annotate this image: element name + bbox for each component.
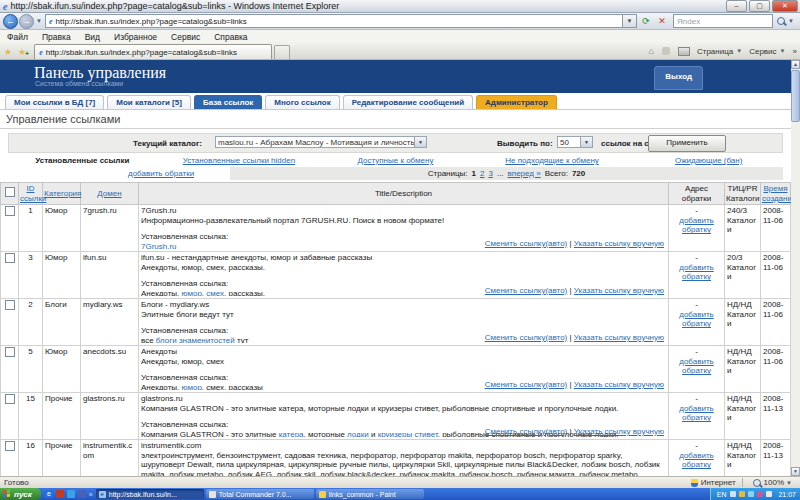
address-dropdown-icon[interactable]: ▼ (623, 14, 637, 28)
installed-link[interactable]: смех (206, 289, 224, 296)
address-input[interactable]: e http://sbak.ifun.su/index.php?page=cat… (45, 14, 623, 28)
search-dropdown-icon[interactable]: ▼ (788, 18, 794, 24)
scrollbar-thumb[interactable] (791, 70, 800, 122)
search-input[interactable]: Яndex (673, 14, 773, 28)
scroll-down-icon[interactable]: ▼ (791, 467, 800, 476)
tools-menu-button[interactable]: Сервис (749, 47, 776, 56)
tab-many-links[interactable]: Много ссылок (265, 95, 339, 109)
per-page-select-dropdown-icon[interactable]: ▼ (580, 137, 592, 147)
add-backlink-link[interactable]: добавить обратку (671, 357, 722, 376)
browser-tab[interactable]: e http://sbak.ifun.su/index.php?page=cat… (34, 44, 272, 59)
action-link[interactable]: Сменить ссылку(авто) (485, 427, 568, 436)
action-link[interactable]: Указать ссылку вручную (574, 239, 664, 248)
action-link[interactable]: Сменить ссылку(авто) (485, 286, 568, 295)
tools-menu-dropdown-icon[interactable]: ▼ (780, 48, 786, 54)
minimize-button[interactable]: – (726, 0, 747, 12)
quicklaunch-icon-3[interactable] (67, 490, 75, 498)
installed-link[interactable]: 7Grush.ru (141, 242, 177, 249)
logout-button[interactable]: Выход (654, 66, 703, 90)
toolbar-overflow-icon[interactable]: » (793, 47, 797, 56)
tab-my-links[interactable]: Мои ссылки в БД [7] (5, 95, 104, 109)
tray-icon-1[interactable] (730, 491, 736, 497)
start-button[interactable]: пуск (0, 488, 41, 500)
add-backlink-link[interactable]: добавить обратку (671, 451, 722, 470)
tab-edit-messages[interactable]: Редактирование сообщений (343, 95, 473, 109)
add-backlink-link[interactable]: добавить обратку (671, 404, 722, 423)
rss-feed-icon[interactable] (662, 47, 670, 55)
page-link-2[interactable]: 2 (480, 169, 484, 178)
installed-link[interactable]: катера (279, 430, 304, 437)
zoom-icon[interactable] (753, 479, 761, 487)
quicklaunch-icon-2[interactable] (56, 490, 64, 498)
tray-icon-4[interactable] (757, 491, 763, 497)
add-backlink-link[interactable]: добавить обратку (671, 310, 722, 329)
page-menu-dropdown-icon[interactable]: ▼ (736, 48, 742, 54)
per-page-select[interactable]: 50 ▼ (557, 136, 593, 148)
installed-link[interactable]: юмор (182, 383, 202, 390)
page-link-3[interactable]: 3 (488, 169, 492, 178)
close-button[interactable]: ✕ (772, 0, 798, 12)
ie-quicklaunch-icon[interactable]: e (45, 490, 53, 498)
tray-icon-5[interactable] (766, 491, 772, 497)
favorites-star-icon[interactable]: ★ (4, 47, 12, 57)
tray-icon-3[interactable] (748, 491, 754, 497)
installed-link[interactable]: круизеры (378, 430, 413, 437)
zoom-level[interactable]: 100% (764, 478, 784, 487)
filter-installed-hidden[interactable]: Установленные ссылки hidden (161, 156, 318, 165)
row-checkbox[interactable] (5, 300, 15, 310)
action-link[interactable]: Указать ссылку вручную (574, 427, 664, 436)
menu-tools[interactable]: Сервис (164, 32, 207, 42)
menu-help[interactable]: Справка (207, 32, 254, 42)
taskbar-button-browser[interactable]: e http://sbak.ifun.su/in... (96, 489, 204, 499)
add-backlinks-link[interactable]: добавить обратки (128, 169, 194, 178)
header-created-time[interactable]: Время создания (762, 184, 791, 203)
tab-link-base[interactable]: База ссылок (194, 95, 262, 109)
header-category[interactable]: Категория (44, 189, 81, 198)
tab-my-catalogs[interactable]: Мои каталоги [5] (107, 95, 191, 109)
add-backlink-link[interactable]: добавить обратку (671, 263, 722, 282)
action-link[interactable]: Указать ссылку вручную (574, 380, 664, 389)
row-checkbox[interactable] (5, 347, 15, 357)
search-icon[interactable] (777, 17, 785, 25)
page-menu-button[interactable]: Страница (697, 47, 733, 56)
language-indicator[interactable]: EN (717, 491, 727, 498)
taskbar-button-paint[interactable]: links_common - Paint (316, 489, 424, 499)
scroll-up-icon[interactable]: ▲ (791, 60, 800, 69)
row-checkbox[interactable] (5, 206, 15, 216)
catalog-select[interactable]: maslou.ru - Абрахам Маслоу - Мотивация и… (215, 136, 427, 148)
installed-link[interactable]: юмор (182, 289, 202, 296)
menu-file[interactable]: Файл (0, 32, 35, 42)
select-all-checkbox[interactable] (5, 187, 15, 197)
action-link[interactable]: Сменить ссылку(авто) (485, 380, 568, 389)
filter-not-suitable[interactable]: Не подходящие к обмену (474, 156, 631, 165)
filter-pending-ban[interactable]: Ожидающие (бан) (630, 156, 787, 165)
new-tab-stub[interactable] (274, 45, 290, 59)
menu-edit[interactable]: Правка (35, 32, 78, 42)
zoom-dropdown-icon[interactable]: ▼ (786, 480, 792, 486)
home-icon[interactable]: ⌂ (649, 46, 654, 56)
action-link[interactable]: Указать ссылку вручную (574, 286, 664, 295)
tray-icon-2[interactable] (739, 491, 745, 497)
refresh-icon[interactable]: ⟳ (639, 15, 653, 28)
menu-view[interactable]: Вид (78, 32, 107, 42)
action-link[interactable]: Сменить ссылку(авто) (485, 239, 568, 248)
tab-administrator[interactable]: Администратор (476, 95, 557, 109)
stop-icon[interactable]: ✕ (655, 15, 669, 28)
quicklaunch-overflow-icon[interactable]: » (89, 491, 93, 498)
catalog-select-dropdown-icon[interactable]: ▼ (414, 137, 426, 147)
back-button[interactable]: ← (3, 14, 18, 29)
row-checkbox[interactable] (5, 253, 15, 263)
taskbar-button-total-commander[interactable]: Total Commander 7.0... (206, 489, 314, 499)
header-domain[interactable]: Домен (97, 189, 121, 198)
save-quicklaunch-icon[interactable] (78, 490, 86, 498)
filter-installed[interactable]: Установленные ссылки (4, 156, 161, 165)
print-icon[interactable] (678, 47, 690, 56)
vertical-scrollbar[interactable]: ▲ ▼ (791, 60, 800, 476)
row-checkbox[interactable] (5, 394, 15, 404)
row-checkbox[interactable] (5, 441, 15, 451)
forward-button[interactable]: → (19, 14, 34, 29)
filter-available[interactable]: Доступные к обмену (317, 156, 474, 165)
installed-link[interactable]: блоги знаменитостей (156, 336, 235, 343)
action-link[interactable]: Сменить ссылку(авто) (485, 333, 568, 342)
history-dropdown-icon[interactable]: ▼ (36, 18, 42, 24)
